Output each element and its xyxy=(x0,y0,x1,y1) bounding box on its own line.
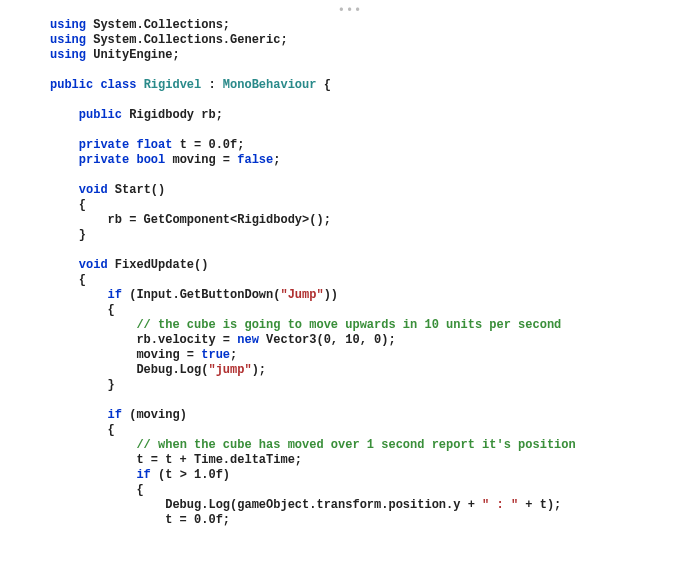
type-name: MonoBehaviour xyxy=(223,78,317,92)
code-text: moving = xyxy=(50,348,201,362)
kw-if: if xyxy=(136,468,150,482)
kw-using: using xyxy=(50,48,86,62)
indent xyxy=(50,408,108,422)
indent xyxy=(50,438,136,452)
code-text: ; xyxy=(230,348,237,362)
code-text: )) xyxy=(324,288,338,302)
kw-true: true xyxy=(201,348,230,362)
kw-false: false xyxy=(237,153,273,167)
kw-private: private xyxy=(79,153,129,167)
code-text: Vector3(0, 10, 0); xyxy=(259,333,396,347)
code-text: System.Collections.Generic; xyxy=(86,33,288,47)
code-text: FixedUpdate() xyxy=(108,258,209,272)
indent xyxy=(50,318,136,332)
indent xyxy=(50,183,79,197)
type-name: Rigidvel xyxy=(144,78,202,92)
code-text: } xyxy=(50,378,115,392)
kw-bool: bool xyxy=(136,153,165,167)
code-text: { xyxy=(316,78,330,92)
code-text: { xyxy=(50,273,86,287)
code-text: Start() xyxy=(108,183,166,197)
code-text: UnityEngine; xyxy=(86,48,180,62)
code-text: { xyxy=(50,198,86,212)
kw-if: if xyxy=(108,288,122,302)
ellipsis-header: ••• xyxy=(0,0,700,18)
code-text: rb = GetComponent<Rigidbody>(); xyxy=(50,213,331,227)
code-text: t = 0.0f; xyxy=(172,138,244,152)
code-text: t = 0.0f; xyxy=(50,513,230,527)
kw-private: private xyxy=(79,138,129,152)
code-text: (moving) xyxy=(122,408,187,422)
kw-public-class: public class xyxy=(50,78,144,92)
code-text: t = t + Time.deltaTime; xyxy=(50,453,302,467)
kw-public: public xyxy=(79,108,122,122)
code-text: Debug.Log( xyxy=(50,363,208,377)
code-text: + t); xyxy=(518,498,561,512)
kw-float: float xyxy=(136,138,172,152)
code-text: { xyxy=(50,423,115,437)
code-text: ; xyxy=(273,153,280,167)
code-text: { xyxy=(50,483,144,497)
comment: // the cube is going to move upwards in … xyxy=(136,318,561,332)
code-text: (t > 1.0f) xyxy=(151,468,230,482)
code-block: using System.Collections; using System.C… xyxy=(0,18,700,528)
code-text: (Input.GetButtonDown( xyxy=(122,288,280,302)
code-text: System.Collections; xyxy=(86,18,230,32)
indent xyxy=(50,258,79,272)
code-text: { xyxy=(50,303,115,317)
kw-void: void xyxy=(79,258,108,272)
indent xyxy=(50,138,79,152)
code-text: ); xyxy=(252,363,266,377)
kw-void: void xyxy=(79,183,108,197)
kw-new: new xyxy=(237,333,259,347)
code-text: Debug.Log(gameObject.transform.position.… xyxy=(50,498,482,512)
kw-if: if xyxy=(108,408,122,422)
string-literal: "Jump" xyxy=(280,288,323,302)
indent xyxy=(50,468,136,482)
comment: // when the cube has moved over 1 second… xyxy=(136,438,575,452)
code-text: moving = xyxy=(165,153,237,167)
code-text: } xyxy=(50,228,86,242)
indent xyxy=(50,153,79,167)
code-text: rb.velocity = xyxy=(50,333,237,347)
indent xyxy=(50,108,79,122)
string-literal: "jump" xyxy=(208,363,251,377)
code-text: Rigidbody rb; xyxy=(122,108,223,122)
kw-using: using xyxy=(50,33,86,47)
indent xyxy=(50,288,108,302)
kw-using: using xyxy=(50,18,86,32)
code-text: : xyxy=(201,78,223,92)
string-literal: " : " xyxy=(482,498,518,512)
